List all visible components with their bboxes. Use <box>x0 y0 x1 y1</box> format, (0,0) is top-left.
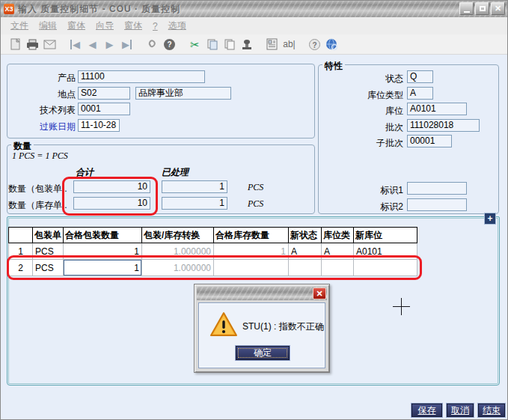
save-icon[interactable] <box>7 37 24 52</box>
row2-pack-unit[interactable]: PCS <box>33 260 64 276</box>
previous-record-icon[interactable]: ◀ <box>84 37 101 52</box>
sublot-label: 子批次 <box>322 137 403 150</box>
row2-approved-inv-qty[interactable] <box>214 260 289 276</box>
details-list-icon[interactable] <box>263 37 281 52</box>
close-icon: ✕ <box>495 4 501 13</box>
end-button[interactable]: 结束 <box>477 403 506 418</box>
site-label: 地点 <box>7 88 76 101</box>
menu-form[interactable]: 窗体 <box>62 19 91 32</box>
stamp-icon[interactable] <box>238 37 255 52</box>
col-location-type: 库位类 <box>322 228 354 243</box>
menu-file[interactable]: 文件 <box>5 19 34 32</box>
product-field[interactable]: 11100 <box>78 70 205 83</box>
location-field[interactable]: A0101 <box>407 103 467 115</box>
minimize-button[interactable] <box>459 2 474 15</box>
col-new-status: 新状态 <box>289 228 322 243</box>
table-header-row: 包装单 合格包装数量 包装/库存转换 合格库存数量 新状态 库位类 新库位 <box>9 228 417 243</box>
window-title: 输入 质量控制细节 - COU · 质量控制 <box>18 3 180 16</box>
dialog-close-button[interactable]: ✕ <box>313 287 326 299</box>
location-type-field[interactable]: A <box>407 87 433 100</box>
dialog-message: STU(1) : 指数不正确 <box>242 320 324 333</box>
first-record-icon[interactable]: ◀ <box>67 37 84 52</box>
maximize-button[interactable] <box>475 2 489 15</box>
posting-date-field[interactable]: 11-10-28 <box>78 119 120 132</box>
menu-edit[interactable]: 编辑 <box>34 19 62 32</box>
expand-grid-button[interactable]: + <box>484 213 496 225</box>
help-icon[interactable]: ? <box>306 37 323 52</box>
crosshair-cursor <box>393 298 410 315</box>
close-button[interactable]: ✕ <box>491 2 505 15</box>
table-row: 2 PCS 1 1.000000 <box>9 260 417 276</box>
id1-label: 标识1 <box>322 184 403 197</box>
ok-button[interactable]: 确定 <box>235 345 290 361</box>
col-pack-unit: 包装单 <box>33 228 64 243</box>
print-icon[interactable] <box>24 37 41 52</box>
paste-icon[interactable] <box>221 37 238 52</box>
qty-inv-total-field[interactable]: 10 <box>73 197 150 210</box>
menu-options[interactable]: 选项 <box>163 19 192 32</box>
row2-location-type[interactable] <box>322 260 354 276</box>
col-approved-pack-qty: 合格包装数量 <box>64 228 142 243</box>
row2-number: 2 <box>9 260 33 276</box>
row2-new-location[interactable] <box>354 260 417 276</box>
location-type-label: 库位类型 <box>322 89 403 102</box>
row1-approved-pack-qty[interactable]: 1 <box>64 243 142 260</box>
dialog-body: STU(1) : 指数不正确 确定 <box>198 302 325 368</box>
qty-pack-label: 数量（包装单.. <box>8 183 73 195</box>
row2-approved-pack-qty[interactable]: 1 <box>64 260 142 276</box>
browser-globe-icon[interactable] <box>323 37 340 52</box>
row1-new-location[interactable]: A0101 <box>354 243 417 260</box>
row1-pack-unit[interactable]: PCS <box>33 243 64 260</box>
app-window: X3 输入 质量控制细节 - COU · 质量控制 ✕ 文件 编辑 窗体 向导 … <box>0 0 508 420</box>
help-dark-icon[interactable]: ? <box>161 37 178 52</box>
table-row: 1 PCS 1 1.000000 1 A A A0101 <box>9 243 417 260</box>
last-record-icon[interactable]: ▶ <box>118 37 135 52</box>
menu-form2[interactable]: 窗体 <box>119 19 147 32</box>
cancel-button[interactable]: 取消 <box>446 403 474 418</box>
maximize-icon <box>480 6 486 11</box>
app-logo-icon: X3 <box>4 4 14 14</box>
site-field[interactable]: S02 <box>78 87 130 100</box>
copy-icon[interactable] <box>203 37 221 52</box>
row1-number: 1 <box>9 243 33 260</box>
id2-field[interactable] <box>407 198 467 211</box>
quantity-group-title: 数量 <box>11 140 34 153</box>
posting-date-label: 过账日期 <box>7 121 76 133</box>
tech-list-label: 技术列表 <box>7 104 76 117</box>
site-description-field: 品牌事业部 <box>135 87 231 100</box>
cut-icon[interactable]: ✂ <box>186 37 203 52</box>
row2-new-status[interactable] <box>289 260 322 276</box>
qty-inv-label: 数量（库存单.. <box>8 199 73 212</box>
qty-pack-total-field[interactable]: 10 <box>73 180 150 193</box>
save-button[interactable]: 保存 <box>411 403 443 418</box>
qty-pack-processed-field[interactable]: 1 <box>162 180 227 193</box>
menu-help[interactable]: ? <box>147 21 163 31</box>
row1-conversion: 1.000000 <box>142 243 214 260</box>
row2-conversion: 1.000000 <box>142 260 214 276</box>
rename-icon[interactable]: ab| <box>281 37 298 52</box>
lot-field[interactable]: 111028018 <box>407 119 480 132</box>
tech-list-field[interactable]: 0001 <box>78 103 130 115</box>
status-field[interactable]: Q <box>407 70 433 83</box>
dialog-title-bar: ✕ <box>197 287 327 300</box>
sublot-field[interactable]: 00001 <box>407 135 452 147</box>
characteristics-group-title: 特性 <box>322 60 345 73</box>
mail-icon[interactable] <box>41 37 58 52</box>
warning-dialog: ✕ STU(1) : 指数不正确 确定 <box>194 284 330 373</box>
menu-bar: 文件 编辑 窗体 向导 窗体 ? 选项 <box>1 17 507 34</box>
id1-field[interactable] <box>407 182 467 195</box>
id2-label: 标识2 <box>322 201 403 213</box>
row1-approved-inv-qty: 1 <box>214 243 289 260</box>
attachment-icon[interactable] <box>144 37 161 52</box>
row1-new-status[interactable]: A <box>289 243 322 260</box>
lot-label: 批次 <box>322 121 403 134</box>
detail-table: 包装单 合格包装数量 包装/库存转换 合格库存数量 新状态 库位类 新库位 1 … <box>8 227 417 276</box>
title-bar: X3 输入 质量控制细节 - COU · 质量控制 ✕ <box>1 1 507 17</box>
close-icon: ✕ <box>316 289 322 298</box>
product-label: 产品 <box>7 72 76 85</box>
qty-inv-unit: PCS <box>248 198 263 210</box>
next-record-icon[interactable]: ▶ <box>101 37 118 52</box>
qty-inv-processed-field[interactable]: 1 <box>162 197 227 210</box>
menu-wizard[interactable]: 向导 <box>91 19 119 32</box>
row1-location-type[interactable]: A <box>322 243 354 260</box>
